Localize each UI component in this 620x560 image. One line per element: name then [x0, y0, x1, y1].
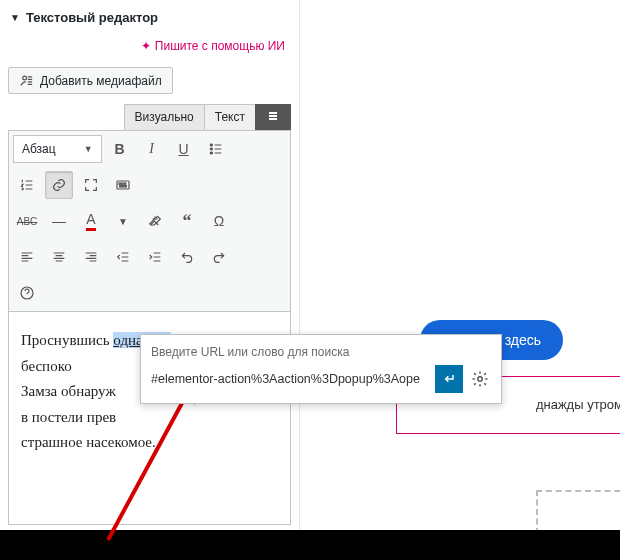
svg-point-4 [210, 144, 212, 146]
align-left-button[interactable] [13, 243, 41, 271]
editor-panel: ▼ Текстовый редактор ✦ Пишите с помощью … [0, 0, 300, 560]
svg-point-6 [210, 152, 212, 154]
svg-rect-8 [119, 183, 120, 184]
eraser-icon [147, 213, 163, 229]
numbered-list-button[interactable] [13, 171, 41, 199]
fullscreen-button[interactable] [77, 171, 105, 199]
accordion-header[interactable]: ▼ Текстовый редактор [8, 0, 291, 35]
stack-icon [267, 110, 279, 122]
svg-rect-7 [117, 181, 129, 189]
link-popover: Введите URL или слово для поиска #elemen… [140, 334, 502, 404]
text-line3: Замза обнаруж [21, 383, 116, 399]
indent-icon [147, 249, 163, 265]
numbered-list-icon [19, 177, 35, 193]
ai-link-label: Пишите с помощью ИИ [155, 39, 285, 53]
text-before: Проснувшись [21, 332, 113, 348]
gear-icon [471, 370, 489, 388]
hr-button[interactable]: — [45, 207, 73, 235]
align-center-button[interactable] [45, 243, 73, 271]
add-media-button[interactable]: Добавить медиафайл [8, 67, 173, 94]
bold-button[interactable]: B [106, 135, 134, 163]
keyboard-icon [115, 177, 131, 193]
media-icon [19, 73, 34, 88]
undo-button[interactable] [173, 243, 201, 271]
editor-toolbar: Абзац ▼ B I U ABC — [8, 130, 291, 312]
text-line5: страшное насекомое. [21, 434, 156, 450]
svg-rect-3 [269, 118, 277, 120]
svg-rect-10 [124, 183, 125, 184]
tab-visual[interactable]: Визуально [124, 104, 205, 130]
clear-format-button[interactable] [141, 207, 169, 235]
enter-icon [441, 371, 457, 387]
tab-text[interactable]: Текст [204, 104, 256, 130]
preview-area: Нажмите здесь днажды утром [310, 0, 620, 560]
specialchar-button[interactable]: Ω [205, 207, 233, 235]
sparkle-icon: ✦ [141, 39, 151, 53]
textcolor-button[interactable]: A [77, 207, 105, 235]
svg-point-0 [23, 76, 27, 80]
textcolor-dropdown[interactable]: ▼ [109, 207, 137, 235]
svg-point-13 [478, 377, 483, 382]
undo-icon [179, 249, 195, 265]
strike-button[interactable]: ABC [13, 207, 41, 235]
link-button[interactable] [45, 171, 73, 199]
svg-rect-11 [120, 186, 127, 187]
underline-button[interactable]: U [170, 135, 198, 163]
link-settings-button[interactable] [469, 368, 491, 390]
link-popover-label: Введите URL или слово для поиска [151, 345, 491, 359]
italic-button[interactable]: I [138, 135, 166, 163]
align-left-icon [19, 249, 35, 265]
align-center-icon [51, 249, 67, 265]
svg-rect-2 [269, 115, 277, 117]
indent-button[interactable] [141, 243, 169, 271]
link-icon [51, 177, 67, 193]
outdent-button[interactable] [109, 243, 137, 271]
chevron-down-icon: ▼ [84, 144, 93, 154]
svg-point-5 [210, 148, 212, 150]
svg-rect-9 [122, 183, 123, 184]
link-url-input[interactable]: #elementor-action%3Aaction%3Dpopup%3Aope [151, 372, 429, 386]
bottom-bar [0, 530, 620, 560]
align-right-button[interactable] [77, 243, 105, 271]
media-button-label: Добавить медиафайл [40, 74, 162, 88]
format-select[interactable]: Абзац ▼ [13, 135, 102, 163]
frame-text: днажды утром [536, 397, 620, 412]
bullet-list-button[interactable] [202, 135, 230, 163]
drop-placeholder[interactable] [536, 490, 620, 534]
align-right-icon [83, 249, 99, 265]
tab-extra[interactable] [255, 104, 291, 130]
text-line4: в постели прев [21, 409, 116, 425]
outdent-icon [115, 249, 131, 265]
fullscreen-icon [83, 177, 99, 193]
redo-button[interactable] [205, 243, 233, 271]
toolbar-toggle-button[interactable] [109, 171, 137, 199]
panel-title: Текстовый редактор [26, 10, 158, 25]
help-icon [19, 285, 35, 301]
bullet-list-icon [208, 141, 224, 157]
blockquote-button[interactable]: “ [173, 207, 201, 235]
svg-rect-1 [269, 112, 277, 114]
ai-write-link[interactable]: ✦ Пишите с помощью ИИ [8, 35, 291, 67]
editor-tabs: Визуально Текст [8, 104, 291, 130]
link-apply-button[interactable] [435, 365, 463, 393]
help-button[interactable] [13, 279, 41, 307]
caret-down-icon: ▼ [10, 12, 20, 23]
redo-icon [211, 249, 227, 265]
format-select-label: Абзац [22, 142, 56, 156]
